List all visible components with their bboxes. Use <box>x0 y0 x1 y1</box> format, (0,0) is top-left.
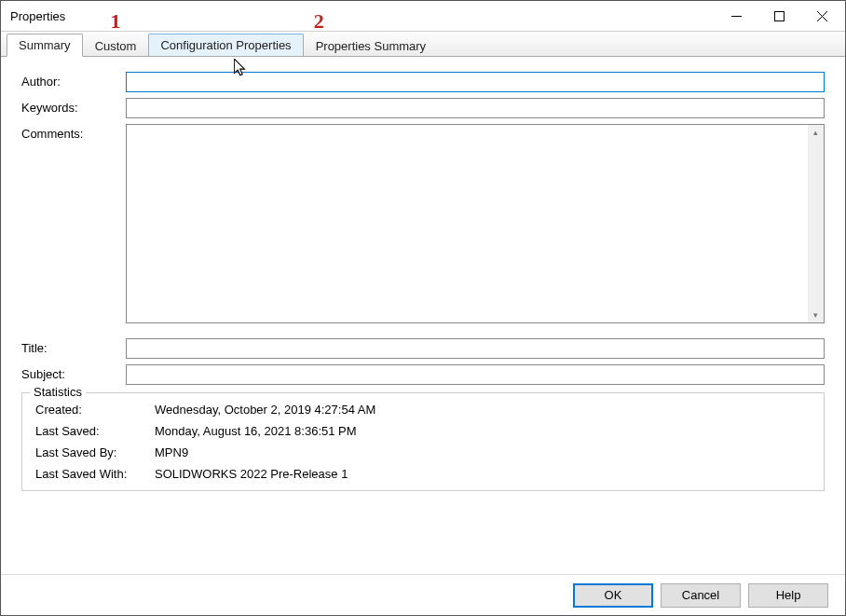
tab-config-props-label: Configuration Properties <box>160 38 291 52</box>
last-saved-by-label: Last Saved By: <box>35 445 155 459</box>
svg-rect-1 <box>774 11 784 21</box>
author-input[interactable] <box>126 72 825 92</box>
tab-config-props[interactable]: Configuration Properties <box>148 34 303 57</box>
tab-custom[interactable]: Custom 1 <box>83 34 149 57</box>
last-saved-with-value: SOLIDWORKS 2022 Pre-Release 1 <box>155 467 348 481</box>
tab-props-summary[interactable]: Properties Summary 2 <box>304 34 438 57</box>
scroll-down-icon: ▾ <box>813 308 818 322</box>
last-saved-value: Monday, August 16, 2021 8:36:51 PM <box>155 424 357 438</box>
author-label: Author: <box>21 72 126 89</box>
ok-button[interactable]: OK <box>573 583 653 608</box>
tab-panel-summary: Author: Keywords: Comments: ▴ ▾ Title: S… <box>1 57 845 502</box>
window-controls <box>715 2 843 30</box>
last-saved-label: Last Saved: <box>35 424 155 438</box>
last-saved-by-value: MPN9 <box>155 445 188 459</box>
annotation-1: 1 <box>111 9 121 34</box>
scroll-up-icon: ▴ <box>813 125 818 140</box>
comments-textarea[interactable] <box>127 125 808 322</box>
tab-summary[interactable]: Summary <box>7 34 83 57</box>
subject-input[interactable] <box>126 364 825 385</box>
statistics-legend: Statistics <box>30 385 86 399</box>
tab-summary-label: Summary <box>19 38 71 52</box>
created-label: Created: <box>35 403 155 417</box>
title-bar: Properties <box>1 1 845 31</box>
cancel-button[interactable]: Cancel <box>661 583 741 608</box>
help-button[interactable]: Help <box>748 583 828 608</box>
title-input[interactable] <box>126 338 825 359</box>
minimize-icon <box>731 11 742 21</box>
created-value: Wednesday, October 2, 2019 4:27:54 AM <box>155 403 375 417</box>
keywords-label: Keywords: <box>21 98 126 115</box>
maximize-icon <box>774 11 785 21</box>
comments-label: Comments: <box>21 124 126 141</box>
dialog-footer: OK Cancel Help <box>1 574 845 615</box>
tab-props-summary-label: Properties Summary <box>316 39 426 53</box>
maximize-button[interactable] <box>757 2 800 30</box>
close-icon <box>817 11 827 21</box>
tab-bar: Summary Custom 1 Configuration Propertie… <box>1 31 845 57</box>
minimize-button[interactable] <box>715 2 757 30</box>
keywords-input[interactable] <box>126 98 825 118</box>
close-button[interactable] <box>800 2 843 30</box>
title-label: Title: <box>21 338 126 355</box>
annotation-2: 2 <box>314 9 324 34</box>
subject-label: Subject: <box>21 364 126 381</box>
statistics-group: Statistics Created: Wednesday, October 2… <box>21 392 825 491</box>
tab-custom-label: Custom <box>95 39 137 53</box>
last-saved-with-label: Last Saved With: <box>35 467 155 481</box>
comments-scrollbar[interactable]: ▴ ▾ <box>808 125 824 322</box>
